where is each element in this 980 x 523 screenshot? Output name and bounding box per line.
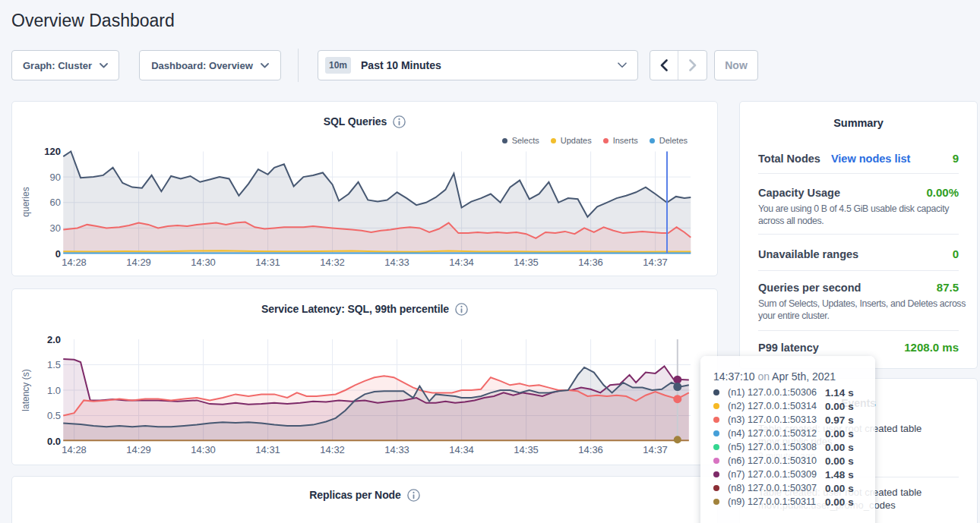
svg-text:14:30: 14:30 [191,444,216,455]
svg-text:14:36: 14:36 [578,257,603,268]
svg-text:0.5: 0.5 [47,410,61,421]
svg-text:14:32: 14:32 [320,444,345,455]
svg-text:14:31: 14:31 [255,444,280,455]
svg-text:14:28: 14:28 [62,444,87,455]
svg-text:14:30: 14:30 [191,257,216,268]
svg-text:14:35: 14:35 [514,257,539,268]
svg-text:14:28: 14:28 [62,257,87,268]
svg-text:14:36: 14:36 [578,444,603,455]
svg-text:latency (s): latency (s) [21,369,31,411]
svg-text:14:37: 14:37 [643,444,668,455]
svg-text:1.5: 1.5 [47,359,61,370]
svg-text:60: 60 [50,197,61,208]
svg-text:14:29: 14:29 [126,257,151,268]
svg-text:14:33: 14:33 [384,257,409,268]
svg-text:14:32: 14:32 [320,257,345,268]
svg-text:0.0: 0.0 [47,436,61,447]
svg-text:queries: queries [21,187,31,216]
svg-text:30: 30 [50,222,61,234]
svg-text:14:31: 14:31 [255,257,280,268]
svg-text:14:37: 14:37 [643,257,668,268]
svg-text:2.0: 2.0 [47,334,61,345]
svg-text:90: 90 [50,172,61,183]
svg-text:1.0: 1.0 [47,385,61,396]
svg-text:14:33: 14:33 [384,444,409,455]
svg-text:14:34: 14:34 [449,444,474,455]
svg-text:14:29: 14:29 [126,444,151,455]
svg-text:120: 120 [44,146,61,157]
svg-text:0: 0 [55,248,61,260]
svg-text:14:34: 14:34 [449,257,474,268]
svg-text:14:35: 14:35 [514,444,539,455]
